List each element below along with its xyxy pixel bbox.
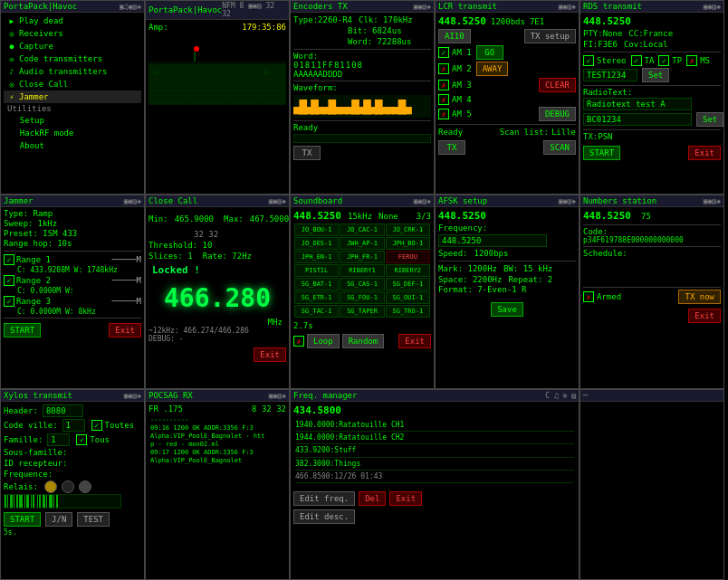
sb-btn-13[interactable]: SG_CAS-1 [340,278,384,290]
lcr-clear-button[interactable]: CLEAR [539,78,576,92]
afsk-freq-input[interactable] [438,234,547,247]
xylos-jn-button[interactable]: J/N [45,512,72,527]
sb-btn-10[interactable]: RIBERY1 [340,264,384,277]
audiotx-icon: ♪ [7,67,16,76]
sb-btn-18[interactable]: SG_TAC-1 [294,305,339,318]
jammer-range3-row: ✓ Range 3 ─────M [4,295,141,308]
sb-btn-20[interactable]: SG_TRO-1 [386,305,430,318]
num-txnow-button[interactable]: TX now [678,290,721,304]
sb-random-button[interactable]: Random [342,334,385,348]
rds-pi-input[interactable] [583,69,637,81]
menu-item-about[interactable]: About [4,139,141,152]
rds-ms-check[interactable]: ✗ [686,55,697,66]
freq-entry-4[interactable]: 466.8500:12/26 01:43 [295,471,574,483]
lcr-debug-button[interactable]: DEBUG [539,107,576,121]
sb-btn-8[interactable]: FEROU [386,251,430,263]
freq-entry-2[interactable]: 433.9200:Stuff [295,444,574,457]
freqmgr-del-button[interactable]: Del [359,491,386,506]
lcr-am4-check[interactable]: ✗ [438,94,449,105]
sb-btn-17[interactable]: SG_OUI-1 [386,291,430,304]
sb-btn-12[interactable]: SG_BAT-1 [294,278,339,290]
xylos-codeville-input[interactable] [62,419,85,432]
menu-item-receivers[interactable]: ◎ Receivers [4,27,141,40]
lcr-am1-check[interactable]: ✓ [438,47,449,58]
lcr-ai-button[interactable]: AI10 [438,29,471,43]
num-armed-label: Armed [597,292,621,301]
jammer-start-button[interactable]: START [4,323,41,338]
sb-btn-5[interactable]: JPH_BO-1 [386,237,430,250]
lcr-scan-label: Scan list: [500,128,549,137]
sb-btn-3[interactable]: JO_DES-1 [294,237,339,250]
rds-set1-button[interactable]: Set [642,68,669,82]
xylos-test-button[interactable]: TEST [77,512,110,527]
rds-set2-button[interactable]: Set [696,112,723,127]
menu-item-capture[interactable]: ● Capture [4,40,141,52]
lcr-tx-setup-button[interactable]: TX setup [524,29,576,43]
rds-exit-button[interactable]: Exit [688,146,721,160]
sb-btn-1[interactable]: JO_CAC-1 [340,223,384,236]
rds-tp-check[interactable]: ✓ [658,55,669,66]
freqmgr-editfreq-button[interactable]: Edit freq. [293,491,355,506]
lcr-tx-button[interactable]: TX [438,140,465,155]
num-exit-button[interactable]: Exit [688,309,721,323]
sb-loop-button[interactable]: Loop [307,334,340,348]
xylos-famille-input[interactable] [47,433,70,446]
rds-start-button[interactable]: START [583,146,620,160]
lcr-am2-check[interactable]: ✗ [438,63,449,74]
xylos-start-button[interactable]: START [4,512,41,527]
rds-stereo-check[interactable]: ✓ [583,55,594,66]
xylos-toutes-check[interactable]: ✓ [91,420,102,431]
menu-item-setup[interactable]: Setup [4,114,141,127]
rds-ta-check[interactable]: ✓ [631,55,642,66]
lcr-go-button[interactable]: GO [476,45,503,60]
rds-radiotext-input[interactable] [583,98,692,110]
xylos-header-input[interactable] [43,404,83,417]
sb-btn-0[interactable]: JO_BOU-1 [294,223,339,236]
lcr-scan-button[interactable]: SCAN [543,140,576,155]
sb-btn-11[interactable]: RIBERY2 [386,264,430,277]
freqmgr-exit-button[interactable]: Exit [389,491,422,506]
cc-exit-button[interactable]: Exit [254,347,286,362]
soundboard-grid: JO_BOU-1 JO_CAC-1 JO_CRK-1 JO_DES-1 JWH_… [293,223,431,319]
lcr-am3-check[interactable]: ✗ [438,80,449,90]
sb-exit-button[interactable]: Exit [398,334,431,348]
sb-btn-16[interactable]: SG_FOU-1 [340,291,384,304]
pocsag-line5: Alpha:VIP_PoolE_Bagnolet [150,457,284,465]
sb-btn-7[interactable]: JPH_FR-1 [340,251,384,263]
sb-btn-14[interactable]: SG_DEF-1 [386,278,430,290]
sb-btn-19[interactable]: SG_TAPER [340,305,384,318]
freq-entry-0[interactable]: 1940.0000:Ratatouille CH1 [295,419,574,432]
rds-af-input[interactable] [583,113,692,126]
freq-entry-1[interactable]: 1944.0000:Ratatouille CH2 [295,432,574,444]
sb-btn-9[interactable]: PISTIL [294,264,339,277]
xylos-freq-row: Frequence: [4,469,141,480]
menu-item-closecall[interactable]: ◎ Close Call [4,78,141,90]
jammer-r2-check[interactable]: ✓ [4,275,14,286]
lcr-away-button[interactable]: AWAY [476,62,509,76]
jammer-exit-button[interactable]: Exit [109,323,141,338]
enc-divider [293,49,431,50]
enc-type: Type:2260-R4 [293,15,352,24]
freqmgr-editdesc-button[interactable]: Edit desc. [293,509,355,524]
menu-item-hackrf[interactable]: HackRF mode [4,127,141,139]
jammer-r3-check[interactable]: ✓ [4,296,14,307]
enc-word-hex2: AAAAAADDDD [293,70,431,79]
jammer-r1-check[interactable]: ✓ [4,254,14,265]
jammer-header-icons: ▣◉▤◈ [124,197,141,205]
sb-btn-15[interactable]: SG_ETR-1 [294,291,339,304]
xylos-tous-check[interactable]: ✓ [76,434,87,445]
menu-item-audio-tx[interactable]: ♪ Audio transmitters [4,65,141,78]
enc-tx-button[interactable]: TX [293,146,321,160]
sb-btn-2[interactable]: JO_CRK-1 [386,223,430,236]
menu-item-jammer[interactable]: ⚡ Jammer [4,90,141,103]
num-armed-check[interactable]: ✗ [583,291,594,302]
sb-loop-check[interactable]: ✗ [293,336,304,347]
menu-item-code-tx[interactable]: ✉ Code transmitters [4,52,141,65]
freq-entry-3[interactable]: 382.3000:Things [295,458,574,471]
sb-btn-4[interactable]: JWH_AP-1 [340,237,384,250]
afsk-header: AFSK setup ▣◉▤◈ [436,195,579,207]
sb-btn-6[interactable]: JPH_EN-1 [294,251,339,263]
lcr-am5-check[interactable]: ✗ [438,109,449,119]
menu-item-playdead[interactable]: ▶ Play dead [4,14,141,27]
afsk-save-button[interactable]: Save [491,302,523,317]
